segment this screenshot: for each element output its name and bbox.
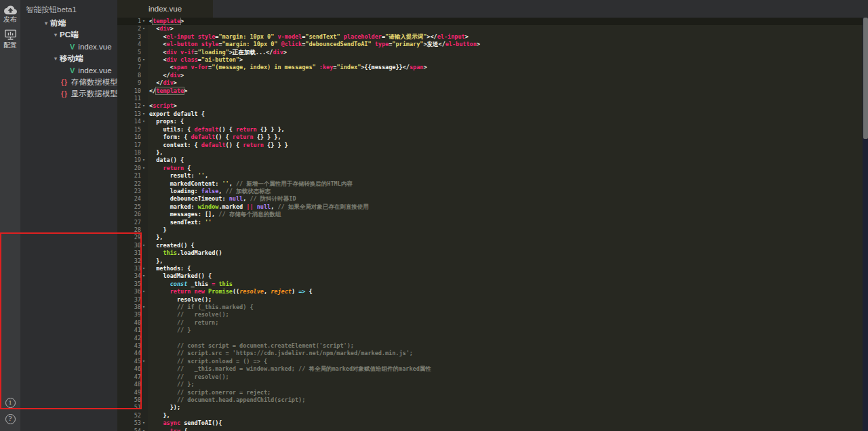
tree-folder-前端[interactable]: ▾前端 (20, 18, 117, 29)
gutter-cell[interactable]: 39 (117, 311, 148, 319)
gutter-cell[interactable]: 9 (117, 79, 148, 87)
code-line-21[interactable]: 21 result: '', (117, 172, 868, 180)
code-line-49[interactable]: 49 // script.onerror = reject; (117, 389, 868, 396)
fold-arrow-icon[interactable]: ▾ (141, 428, 148, 431)
gutter-cell[interactable]: 34▾ (117, 272, 148, 280)
code-line-32[interactable]: 32 }, (117, 258, 868, 265)
gutter-cell[interactable]: 1▾ (117, 18, 148, 25)
code-line-35[interactable]: 35 const _this = this (117, 281, 868, 288)
code-line-27[interactable]: 27 sendText: '' (117, 219, 868, 226)
code-line-40[interactable]: 40 // return; (117, 319, 868, 327)
fold-arrow-icon[interactable]: ▾ (141, 25, 148, 33)
code-line-45[interactable]: 45▾ // script.onload = () => { (117, 358, 868, 365)
help-icon[interactable]: ? (5, 414, 16, 424)
gutter-cell[interactable]: 44 (117, 350, 148, 357)
code-line-50[interactable]: 50 // document.head.appendChild(script); (117, 396, 868, 404)
gutter-cell[interactable]: 50 (117, 396, 148, 404)
gutter-cell[interactable]: 11 (117, 95, 148, 102)
gutter-cell[interactable]: 53▾ (117, 419, 148, 427)
code-line-12[interactable]: 12▾<script> (117, 102, 868, 110)
code-line-53[interactable]: 53▾ async sendToAI(){ (117, 419, 868, 427)
gutter-cell[interactable]: 43 (117, 342, 148, 350)
code-line-25[interactable]: 25 marked: window.marked || null, // 如果全… (117, 203, 868, 211)
code-line-51[interactable]: 51 }); (117, 404, 868, 411)
gutter-cell[interactable]: 32 (117, 258, 148, 265)
gutter-cell[interactable]: 17 (117, 142, 148, 149)
code-line-44[interactable]: 44 // script.src = 'https://cdn.jsdelivr… (117, 350, 868, 357)
code-line-41[interactable]: 41 // } (117, 327, 868, 334)
code-line-8[interactable]: 8 </div> (117, 72, 868, 79)
fold-arrow-icon[interactable]: ▾ (141, 419, 148, 427)
code-line-13[interactable]: 13▾export default { (117, 110, 868, 118)
gutter-cell[interactable]: 16 (117, 134, 148, 141)
code-line-3[interactable]: 3 <el-input style="margin: 10px 0" v-mod… (117, 33, 868, 41)
code-line-20[interactable]: 20▾ return { (117, 165, 868, 172)
code-line-23[interactable]: 23 loading: false, // 加载状态标志 (117, 188, 868, 195)
code-line-37[interactable]: 37 resolve(); (117, 296, 868, 304)
fold-arrow-icon[interactable]: ▾ (141, 242, 148, 249)
code-line-54[interactable]: 54▾ try { (117, 428, 868, 431)
gutter-cell[interactable]: 25 (117, 203, 148, 211)
gutter-cell[interactable]: 24 (117, 195, 148, 203)
tree-file-显示数据模型.json[interactable]: {}显示数据模型.json (20, 88, 117, 100)
code-line-52[interactable]: 52 }, (117, 412, 868, 419)
code-line-1[interactable]: 1▾<template> (117, 18, 868, 25)
fold-arrow-icon[interactable]: ▾ (141, 56, 148, 64)
scrollbar-thumb[interactable] (863, 18, 868, 139)
gutter-cell[interactable]: 48 (117, 381, 148, 388)
code-line-24[interactable]: 24 debounceTimeout: null, // 防抖计时器ID (117, 195, 868, 203)
vertical-scrollbar[interactable] (863, 18, 868, 431)
code-line-39[interactable]: 39 // resolve(); (117, 311, 868, 319)
code-line-9[interactable]: 9 </div> (117, 79, 868, 87)
fold-arrow-icon[interactable]: ▾ (141, 265, 148, 272)
gutter-cell[interactable]: 14▾ (117, 118, 148, 125)
info-icon[interactable]: i (5, 398, 16, 408)
gutter-cell[interactable]: 8 (117, 72, 148, 79)
code-line-19[interactable]: 19▾ data() { (117, 157, 868, 164)
code-line-4[interactable]: 4 <el-button style="margin: 10px 0" @cli… (117, 41, 868, 48)
gutter-cell[interactable]: 13▾ (117, 110, 148, 118)
code-line-10[interactable]: 10</template> (117, 87, 868, 95)
tab-index-vue[interactable]: index.vue (117, 0, 213, 18)
tree-folder-PC端[interactable]: ▾PC端 (20, 29, 117, 41)
code-line-38[interactable]: 38▾ // if (_this.marked) { (117, 304, 868, 311)
fold-arrow-icon[interactable]: ▾ (141, 118, 148, 125)
code-line-33[interactable]: 33▾ methods: { (117, 265, 868, 272)
code-line-16[interactable]: 16 form: { default() { return {} } }, (117, 134, 868, 141)
code-line-28[interactable]: 28 } (117, 226, 868, 234)
gutter-cell[interactable]: 6▾ (117, 56, 148, 64)
tree-file-存储数据模型.json[interactable]: {}存储数据模型.json (20, 76, 117, 87)
code-line-48[interactable]: 48 // }; (117, 381, 868, 388)
gutter-cell[interactable]: 26 (117, 211, 148, 218)
tree-file-index.vue[interactable]: Vindex.vue (20, 41, 117, 53)
gutter-cell[interactable]: 36▾ (117, 288, 148, 295)
fold-arrow-icon[interactable]: ▾ (141, 102, 148, 110)
gutter-cell[interactable]: 19▾ (117, 157, 148, 164)
code-line-5[interactable]: 5 <div v-if="loading">正在加载...</div> (117, 49, 868, 56)
gutter-cell[interactable]: 54▾ (117, 428, 148, 431)
fold-arrow-icon[interactable]: ▾ (141, 157, 148, 164)
gutter-cell[interactable]: 45▾ (117, 358, 148, 365)
config-button[interactable]: 配置 (3, 29, 17, 49)
gutter-cell[interactable]: 22 (117, 180, 148, 188)
code-line-36[interactable]: 36▾ return new Promise((resolve, reject)… (117, 288, 868, 295)
gutter-cell[interactable]: 7 (117, 64, 148, 71)
fold-arrow-icon[interactable]: ▾ (141, 165, 148, 172)
code-line-29[interactable]: 29 }, (117, 234, 868, 241)
gutter-cell[interactable]: 30▾ (117, 242, 148, 249)
gutter-cell[interactable]: 21 (117, 172, 148, 180)
gutter-cell[interactable]: 51 (117, 404, 148, 411)
gutter-cell[interactable]: 35 (117, 281, 148, 288)
code-line-18[interactable]: 18 }, (117, 149, 868, 157)
gutter-cell[interactable]: 41 (117, 327, 148, 334)
gutter-cell[interactable]: 49 (117, 389, 148, 396)
code-line-34[interactable]: 34▾ loadMarked() { (117, 272, 868, 280)
gutter-cell[interactable]: 47 (117, 373, 148, 381)
code-line-15[interactable]: 15 utils: { default() { return {} } }, (117, 126, 868, 134)
gutter-cell[interactable]: 23 (117, 188, 148, 195)
gutter-cell[interactable]: 12▾ (117, 102, 148, 110)
fold-arrow-icon[interactable]: ▾ (141, 272, 148, 280)
gutter-cell[interactable]: 18 (117, 149, 148, 157)
publish-button[interactable]: 发布 (3, 5, 17, 23)
gutter-cell[interactable]: 29 (117, 234, 148, 241)
